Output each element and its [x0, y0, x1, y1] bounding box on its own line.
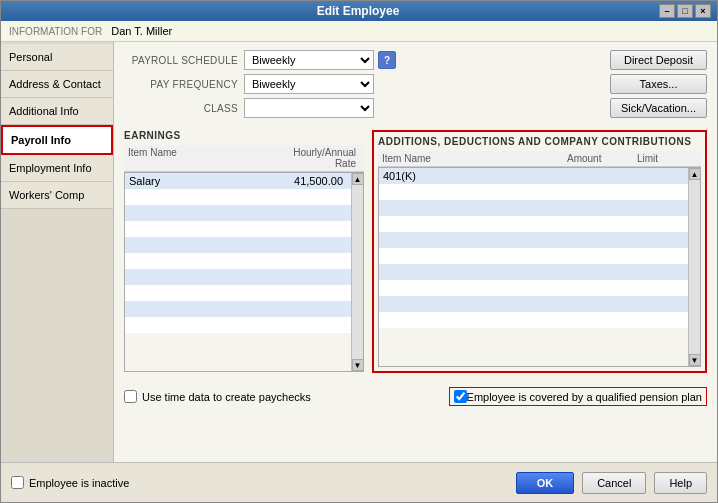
additions-row-5[interactable] — [379, 248, 688, 264]
additions-table-container: 401(K) — [378, 167, 701, 367]
sections-row: Earnings Item Name Hourly/Annual Rate Sa… — [124, 130, 707, 373]
additions-row-6[interactable] — [379, 264, 688, 280]
additions-table-content: 401(K) — [379, 168, 688, 366]
footer-bar: Employee is inactive OK Cancel Help — [1, 462, 717, 502]
additions-scrollbar[interactable]: ▲ ▼ — [688, 168, 700, 366]
additions-row-0[interactable]: 401(K) — [379, 168, 688, 184]
close-button[interactable]: × — [695, 4, 711, 18]
earnings-row-0[interactable]: Salary 41,500.00 — [125, 173, 351, 189]
pension-plan-row: Employee is covered by a qualified pensi… — [449, 387, 707, 406]
use-time-data-row: Use time data to create paychecks — [124, 390, 311, 403]
earnings-table-content: Salary 41,500.00 — [125, 173, 351, 371]
additions-title: Additions, Deductions and Company Contri… — [378, 136, 701, 147]
footer-right: OK Cancel Help — [516, 472, 707, 494]
maximize-button[interactable]: □ — [677, 4, 693, 18]
direct-deposit-button[interactable]: Direct Deposit — [610, 50, 707, 70]
earnings-row-5[interactable] — [125, 253, 351, 269]
pay-frequency-select[interactable]: Biweekly Weekly Monthly — [244, 74, 374, 94]
sidebar-item-additional-info[interactable]: Additional Info — [1, 98, 113, 125]
earnings-section: Earnings Item Name Hourly/Annual Rate Sa… — [124, 130, 364, 373]
payroll-schedule-row: Payroll Schedule Biweekly Weekly Monthly… — [124, 50, 600, 70]
use-time-data-label: Use time data to create paychecks — [142, 391, 311, 403]
help-button[interactable]: Help — [654, 472, 707, 494]
scroll-down-arrow[interactable]: ▼ — [352, 359, 364, 371]
sidebar-item-address-contact[interactable]: Address & Contact — [1, 71, 113, 98]
additions-row-1[interactable] — [379, 184, 688, 200]
pension-plan-label: Employee is covered by a qualified pensi… — [467, 391, 702, 403]
use-time-data-checkbox[interactable] — [124, 390, 137, 403]
additions-row-4[interactable] — [379, 232, 688, 248]
additions-col-item: Item Name — [382, 153, 567, 164]
earnings-row-8[interactable] — [125, 301, 351, 317]
additions-scroll-up[interactable]: ▲ — [689, 168, 701, 180]
earnings-row-6[interactable] — [125, 269, 351, 285]
additions-section: Additions, Deductions and Company Contri… — [372, 130, 707, 373]
info-bar: Information For Dan T. Miller — [1, 21, 717, 42]
help-icon-button[interactable]: ? — [378, 51, 396, 69]
earnings-rate: 41,500.00 — [257, 175, 347, 187]
title-bar-buttons: – □ × — [659, 4, 711, 18]
footer-left: Employee is inactive — [11, 476, 129, 489]
additions-item-name-0: 401(K) — [383, 170, 554, 182]
employee-inactive-checkbox[interactable] — [11, 476, 24, 489]
sidebar-item-employment-info[interactable]: Employment Info — [1, 155, 113, 182]
additions-col-limit: Limit — [637, 153, 697, 164]
earnings-header: Item Name Hourly/Annual Rate — [124, 145, 364, 172]
additions-amount-0 — [554, 170, 624, 182]
additions-header: Item Name Amount Limit — [378, 151, 701, 167]
additions-scroll-down[interactable]: ▼ — [689, 354, 701, 366]
bottom-checkboxes: Use time data to create paychecks Employ… — [124, 381, 707, 406]
sidebar-item-personal[interactable]: Personal — [1, 44, 113, 71]
content-area: Payroll Schedule Biweekly Weekly Monthly… — [114, 42, 717, 462]
pay-frequency-label: Pay Frequency — [124, 79, 244, 90]
additions-inner: Additions, Deductions and Company Contri… — [374, 132, 705, 371]
taxes-button[interactable]: Taxes... — [610, 74, 707, 94]
additions-row-7[interactable] — [379, 280, 688, 296]
sidebar-item-workers-comp[interactable]: Workers' Comp — [1, 182, 113, 209]
additions-col-amount: Amount — [567, 153, 637, 164]
title-bar: Edit Employee – □ × — [1, 1, 717, 21]
class-label: Class — [124, 103, 244, 114]
earnings-row-3[interactable] — [125, 221, 351, 237]
class-row: Class — [124, 98, 600, 118]
pension-plan-checkbox[interactable] — [454, 390, 467, 403]
minimize-button[interactable]: – — [659, 4, 675, 18]
payroll-schedule-label: Payroll Schedule — [124, 55, 244, 66]
cancel-button[interactable]: Cancel — [582, 472, 646, 494]
scroll-up-arrow[interactable]: ▲ — [352, 173, 364, 185]
window-title: Edit Employee — [57, 4, 659, 18]
additions-row-8[interactable] — [379, 296, 688, 312]
additions-row-9[interactable] — [379, 312, 688, 328]
sidebar: Personal Address & Contact Additional In… — [1, 42, 114, 462]
sidebar-item-payroll-info[interactable]: Payroll Info — [1, 125, 113, 155]
earnings-title: Earnings — [124, 130, 364, 141]
earnings-col-rate: Hourly/Annual Rate — [270, 147, 360, 169]
main-content: Personal Address & Contact Additional In… — [1, 42, 717, 462]
pay-frequency-row: Pay Frequency Biweekly Weekly Monthly — [124, 74, 600, 94]
employee-inactive-label: Employee is inactive — [29, 477, 129, 489]
earnings-row-2[interactable] — [125, 205, 351, 221]
class-select[interactable] — [244, 98, 374, 118]
earnings-row-9[interactable] — [125, 317, 351, 333]
additions-row-3[interactable] — [379, 216, 688, 232]
earnings-row-4[interactable] — [125, 237, 351, 253]
additions-row-2[interactable] — [379, 200, 688, 216]
action-buttons: Direct Deposit Taxes... Sick/Vacation... — [610, 50, 707, 118]
earnings-item-name: Salary — [129, 175, 257, 187]
edit-employee-window: Edit Employee – □ × Information For Dan … — [0, 0, 718, 503]
earnings-table-container: Salary 41,500.00 — [124, 172, 364, 372]
header-section: Payroll Schedule Biweekly Weekly Monthly… — [124, 50, 707, 122]
earnings-row-7[interactable] — [125, 285, 351, 301]
form-fields: Payroll Schedule Biweekly Weekly Monthly… — [124, 50, 600, 122]
earnings-col-item: Item Name — [128, 147, 270, 169]
info-label: Information For — [9, 26, 102, 37]
payroll-schedule-select[interactable]: Biweekly Weekly Monthly Semi-Monthly — [244, 50, 374, 70]
employee-name: Dan T. Miller — [111, 25, 172, 37]
sick-vacation-button[interactable]: Sick/Vacation... — [610, 98, 707, 118]
additions-limit-0 — [624, 170, 684, 182]
earnings-scrollbar[interactable]: ▲ ▼ — [351, 173, 363, 371]
earnings-row-1[interactable] — [125, 189, 351, 205]
ok-button[interactable]: OK — [516, 472, 575, 494]
